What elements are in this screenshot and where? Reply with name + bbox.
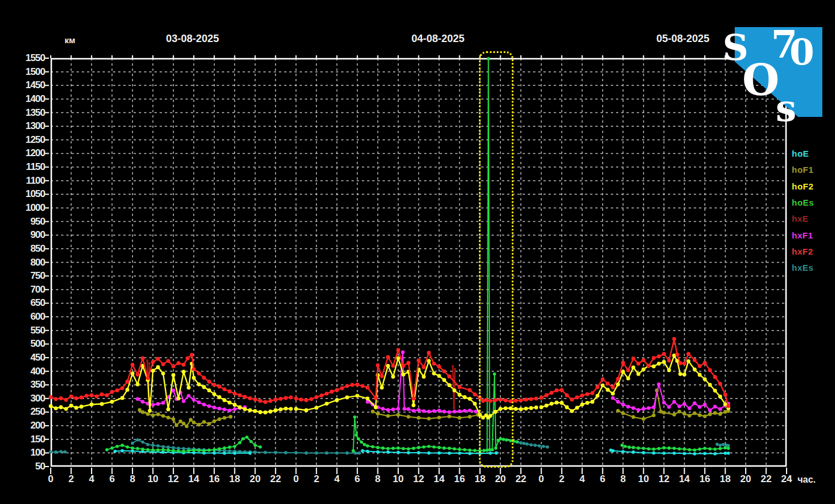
- series-point-hoEs: [402, 447, 405, 450]
- series-point-hxEs: [522, 442, 526, 445]
- series-point-hxF2: [657, 354, 661, 358]
- series-point-hoEs: [422, 445, 426, 449]
- series-point-hxF2: [279, 397, 283, 401]
- series-point-hoF2: [315, 406, 319, 410]
- series-point-hoF2: [253, 409, 257, 413]
- series-point-hoF1: [437, 416, 441, 419]
- y-tick-label: 50: [0, 461, 45, 472]
- series-point-hoEs: [223, 446, 226, 450]
- series-point-hxF1: [662, 401, 666, 404]
- series-point-hxF2: [289, 396, 293, 400]
- series-point-hxF2: [182, 363, 186, 367]
- y-tick-label: 200: [0, 420, 45, 431]
- series-point-hxF2: [641, 358, 645, 362]
- series-point-hoE: [727, 452, 730, 455]
- series-point-hxF2: [529, 397, 533, 401]
- series-point-hoEs: [713, 448, 717, 451]
- series-point-hoF2: [207, 388, 211, 392]
- series-point-hoF1: [642, 417, 645, 420]
- series-point-hxEs: [136, 438, 139, 442]
- series-point-hxF2: [519, 399, 523, 403]
- y-tick-label: 850: [0, 243, 45, 255]
- series-point-hoE: [120, 449, 124, 453]
- series-point-hxF1: [647, 406, 650, 410]
- y-tick-label: 750: [0, 270, 45, 282]
- series-point-hxF2: [524, 397, 528, 401]
- series-point-hoEs: [213, 448, 216, 452]
- series-point-hxEs: [63, 450, 67, 454]
- series-point-hxF1: [698, 405, 701, 408]
- series-point-hxEs: [49, 450, 52, 454]
- series-point-hoF1: [458, 416, 461, 419]
- series-point-hoF2: [176, 396, 180, 400]
- series-point-hoEs: [647, 448, 651, 451]
- series-point-hxF1: [432, 409, 436, 412]
- date-label-day1: 03-08-2025: [146, 33, 239, 45]
- series-point-hxF2: [575, 396, 579, 400]
- series-point-hoF2: [74, 406, 78, 410]
- series-point-hoF2: [148, 409, 152, 413]
- series-point-hoF2: [682, 373, 686, 377]
- series-point-hoE: [437, 452, 441, 455]
- series-point-hxEs: [294, 451, 298, 454]
- series-point-hxF1: [213, 406, 216, 409]
- series-point-hxEs: [716, 442, 719, 446]
- series-point-hxF2: [376, 363, 380, 367]
- series-point-hoF2: [374, 406, 378, 410]
- series-point-hxF1: [427, 410, 430, 413]
- series-point-hxF2: [473, 392, 477, 396]
- series-point-hoE: [662, 452, 666, 455]
- series-point-hoF2: [110, 400, 114, 404]
- series-point-hoF1: [161, 414, 165, 418]
- series-point-hxEs: [284, 451, 288, 454]
- series-point-hoF2: [197, 382, 201, 386]
- series-point-hoF1: [141, 410, 144, 414]
- series-point-hoEs: [412, 447, 415, 450]
- series-point-hoF2: [100, 402, 104, 406]
- series-point-hxF1: [703, 403, 706, 406]
- series-line-hxF1: [138, 391, 245, 411]
- series-point-hxF2: [100, 392, 104, 396]
- series-point-hoF1: [217, 418, 221, 421]
- series-point-hoF2: [279, 407, 283, 411]
- series-point-hoE: [458, 452, 462, 455]
- series-point-hoF1: [713, 411, 717, 415]
- series-point-hoEs: [672, 447, 676, 450]
- series-point-hxF2: [361, 384, 365, 388]
- series-point-hxEs: [228, 449, 232, 453]
- y-tick-label: 1050: [0, 188, 45, 200]
- series-point-hoE: [632, 450, 635, 454]
- series-point-hxEs: [172, 446, 175, 450]
- y-tick-label: 1550: [0, 52, 45, 64]
- series-point-hxEs: [325, 452, 328, 455]
- y-tick-label: 900: [0, 229, 45, 241]
- series-point-hoF2: [217, 395, 221, 399]
- series-point-hxF2: [171, 365, 175, 369]
- series-point-hoF2: [585, 401, 590, 405]
- series-line-hxEs: [51, 452, 65, 452]
- series-point-hxEs: [305, 452, 308, 455]
- series-point-hoEs: [658, 447, 661, 450]
- series-point-hoF2: [606, 388, 610, 392]
- y-tick-label: 500: [0, 338, 45, 350]
- series-point-hoE: [672, 452, 676, 455]
- series-point-hxF1: [141, 400, 144, 403]
- series-point-hoF2: [411, 403, 415, 407]
- y-tick-label: 800: [0, 257, 45, 268]
- series-point-hxF2: [682, 362, 686, 366]
- series-point-hoF1: [138, 408, 141, 412]
- series-point-hxF2: [69, 395, 73, 399]
- series-point-hoF2: [560, 401, 564, 405]
- series-point-hoF2: [156, 365, 160, 369]
- y-tick-label: 1100: [0, 175, 45, 187]
- legend-item-hxEs: hxEs: [792, 263, 814, 272]
- series-point-hoE: [693, 452, 697, 456]
- series-point-hxF2: [233, 392, 237, 396]
- series-point-hxF2: [176, 361, 180, 365]
- series-point-hoF2: [657, 362, 661, 366]
- series-point-hxF2: [167, 359, 171, 363]
- series-point-hoE: [417, 451, 421, 454]
- series-point-hoE: [233, 452, 237, 455]
- series-point-hxF2: [95, 395, 99, 399]
- series-point-hxF2: [85, 394, 89, 398]
